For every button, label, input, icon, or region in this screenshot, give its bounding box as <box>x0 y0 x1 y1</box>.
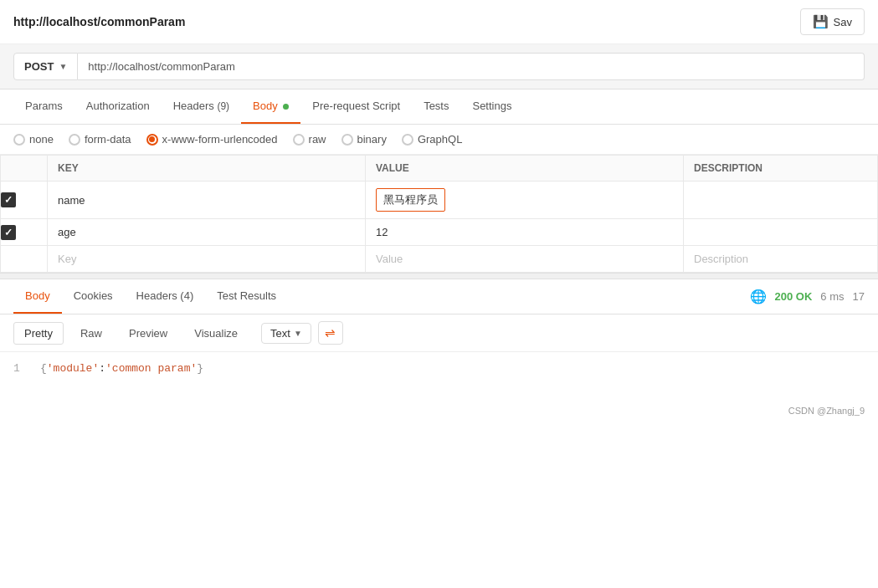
table-placeholder-row: Key Value Description <box>1 246 878 273</box>
footer-watermark: CSDN @Zhangj_9 <box>0 402 878 419</box>
radio-form-data-circle <box>69 134 80 146</box>
status-ok: 200 OK <box>775 290 813 303</box>
response-tab-cookies[interactable]: Cookies <box>62 279 125 314</box>
col-header-key: KEY <box>48 156 366 182</box>
col-header-checkbox <box>1 156 48 182</box>
url-input[interactable] <box>78 53 865 80</box>
radio-urlencoded-label: x-www-form-urlencoded <box>162 133 278 146</box>
response-tab-headers[interactable]: Headers (4) <box>125 279 206 314</box>
row2-checkbox-cell[interactable]: ✓ <box>1 219 48 246</box>
radio-binary[interactable]: binary <box>341 133 387 146</box>
radio-raw-circle <box>293 134 305 146</box>
radio-urlencoded[interactable]: x-www-form-urlencoded <box>146 133 278 146</box>
radio-binary-circle <box>341 134 353 146</box>
radio-raw-label: raw <box>309 133 326 146</box>
request-tabs-row: Params Authorization Headers (9) Body Pr… <box>0 89 878 125</box>
chevron-down-icon: ▼ <box>294 329 302 338</box>
radio-none[interactable]: none <box>13 133 54 146</box>
format-tab-raw[interactable]: Raw <box>70 323 112 344</box>
row1-desc-cell[interactable] <box>684 182 878 219</box>
save-label: Sav <box>834 16 852 28</box>
status-size: 17 <box>853 290 865 303</box>
top-bar: http://localhost/commonParam 💾 Sav <box>0 0 878 44</box>
response-tabs-row: Body Cookies Headers (4) Test Results 🌐 … <box>0 279 878 314</box>
radio-form-data-label: form-data <box>85 133 131 146</box>
format-row: Pretty Raw Preview Visualize Text ▼ ⇌ <box>0 314 878 352</box>
row2-checkbox[interactable]: ✓ <box>1 225 16 240</box>
row2-value-cell[interactable]: 12 <box>366 219 684 246</box>
tab-body[interactable]: Body <box>241 89 300 124</box>
code-content-1: {'module':'common param'} <box>40 362 203 375</box>
radio-raw[interactable]: raw <box>293 133 326 146</box>
tab-authorization[interactable]: Authorization <box>74 89 162 124</box>
wrap-button[interactable]: ⇌ <box>318 321 343 345</box>
watermark-text: CSDN @Zhangj_9 <box>788 406 865 416</box>
save-button[interactable]: 💾 Sav <box>800 8 865 35</box>
method-label: POST <box>24 60 54 73</box>
radio-graphql[interactable]: GraphQL <box>402 133 462 146</box>
placeholder-value-cell[interactable]: Value <box>366 246 684 273</box>
tab-settings[interactable]: Settings <box>460 89 523 124</box>
format-select[interactable]: Text ▼ <box>261 323 311 344</box>
body-type-row: none form-data x-www-form-urlencoded raw… <box>0 125 878 155</box>
format-select-value: Text <box>270 327 290 340</box>
body-dot <box>283 104 289 110</box>
table-row: ✓ name 黑马程序员 <box>1 182 878 219</box>
col-header-description: DESCRIPTION <box>684 156 878 182</box>
format-tab-visualize[interactable]: Visualize <box>184 323 248 344</box>
status-time: 6 ms <box>820 290 844 303</box>
response-tab-body[interactable]: Body <box>13 279 62 314</box>
wrap-icon: ⇌ <box>325 325 336 340</box>
url-bar: POST ▼ <box>0 44 878 89</box>
row1-key-cell[interactable]: name <box>48 182 366 219</box>
top-bar-url: http://localhost/commonParam <box>13 15 185 28</box>
table-row: ✓ age 12 <box>1 219 878 246</box>
response-tab-test-results[interactable]: Test Results <box>205 279 288 314</box>
tab-params[interactable]: Params <box>13 89 74 124</box>
section-divider <box>0 273 878 279</box>
chevron-down-icon: ▼ <box>59 62 67 71</box>
row1-value-highlighted[interactable]: 黑马程序员 <box>376 188 445 212</box>
code-line-1: 1 {'module':'common param'} <box>13 362 865 375</box>
radio-none-label: none <box>29 133 54 146</box>
row1-checkbox[interactable]: ✓ <box>1 192 16 207</box>
colon: : <box>99 362 105 375</box>
open-brace: { <box>40 362 47 375</box>
headers-badge: (9) <box>217 100 229 112</box>
globe-icon: 🌐 <box>750 289 767 304</box>
placeholder-checkbox-cell <box>1 246 48 273</box>
radio-form-data[interactable]: form-data <box>69 133 131 146</box>
row1-checkbox-cell[interactable]: ✓ <box>1 182 48 219</box>
response-status-right: 🌐 200 OK 6 ms 17 <box>750 289 865 304</box>
tab-tests[interactable]: Tests <box>412 89 460 124</box>
format-tab-preview[interactable]: Preview <box>119 323 177 344</box>
method-select[interactable]: POST ▼ <box>13 53 78 80</box>
radio-graphql-circle <box>402 134 413 146</box>
radio-binary-label: binary <box>357 133 387 146</box>
tab-headers[interactable]: Headers (9) <box>162 89 241 124</box>
line-number-1: 1 <box>13 362 27 375</box>
tab-pre-request[interactable]: Pre-request Script <box>300 89 412 124</box>
row2-key-cell[interactable]: age <box>48 219 366 246</box>
kv-table: KEY VALUE DESCRIPTION ✓ name 黑马程序员 ✓ age… <box>0 155 878 273</box>
placeholder-desc-cell[interactable]: Description <box>684 246 878 273</box>
row2-desc-cell[interactable] <box>684 219 878 246</box>
code-value-1: 'common param' <box>105 362 197 375</box>
response-tabs-left: Body Cookies Headers (4) Test Results <box>13 279 288 314</box>
placeholder-key-cell[interactable]: Key <box>48 246 366 273</box>
format-tab-pretty[interactable]: Pretty <box>13 322 64 345</box>
radio-graphql-label: GraphQL <box>418 133 462 146</box>
save-icon: 💾 <box>813 14 829 29</box>
radio-urlencoded-circle <box>146 134 158 146</box>
radio-none-circle <box>13 134 25 146</box>
code-area: 1 {'module':'common param'} <box>0 352 878 402</box>
row1-value-cell[interactable]: 黑马程序员 <box>366 182 684 219</box>
code-key-1: 'module' <box>47 362 99 375</box>
close-brace: } <box>197 362 203 375</box>
col-header-value: VALUE <box>366 156 684 182</box>
